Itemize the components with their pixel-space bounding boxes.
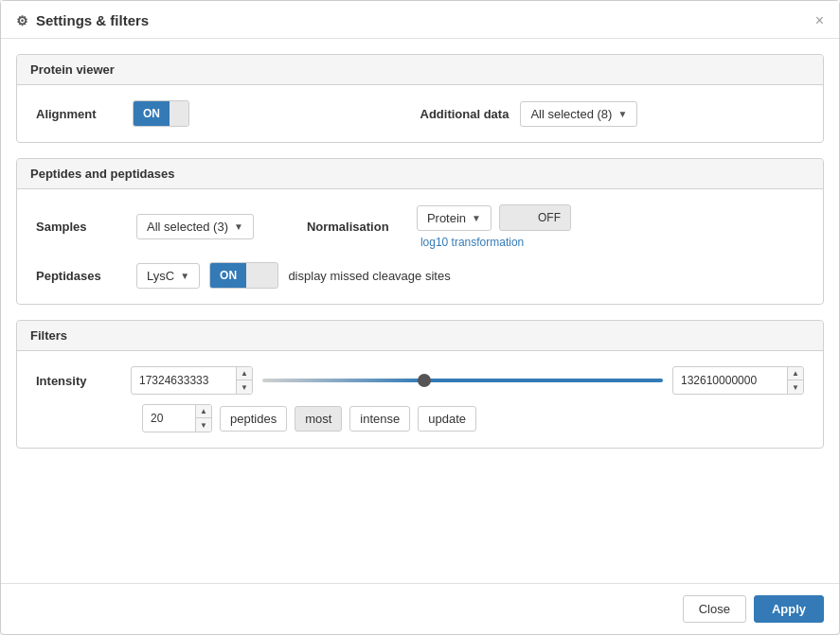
normalisation-caret: ▼: [472, 213, 481, 223]
peptidases-controls: LysC ▼ ON display missed cleavage sites: [136, 262, 451, 289]
filters-header: Filters: [17, 321, 823, 351]
filters-section: Filters Intensity ▲ ▼: [16, 320, 824, 449]
normalisation-toggle-off-left[interactable]: [500, 204, 528, 231]
peptidases-dropdown[interactable]: LysC ▼: [136, 263, 200, 289]
settings-dialog: ⚙ Settings & filters × Protein viewer Al…: [0, 0, 840, 635]
intense-button[interactable]: intense: [349, 406, 410, 432]
normalisation-controls: Protein ▼ OFF: [417, 204, 571, 231]
protein-viewer-row: Alignment ON Additional data All selecte…: [36, 100, 804, 127]
normalisation-area: Protein ▼ OFF log10 transformation: [417, 204, 571, 249]
cleavage-label: display missed cleavage sites: [288, 269, 450, 283]
peptidases-caret: ▼: [180, 271, 189, 281]
dialog-title: ⚙ Settings & filters: [16, 12, 149, 28]
intensity-max-down[interactable]: ▼: [788, 380, 803, 394]
protein-viewer-section: Protein viewer Alignment ON Additional d…: [16, 54, 824, 143]
intensity-max-spin: ▲ ▼: [787, 367, 803, 394]
peptidases-row: Peptidases LysC ▼ ON display missed clea…: [36, 262, 804, 289]
intensity-slider[interactable]: [262, 379, 663, 382]
intensity-min-down[interactable]: ▼: [237, 380, 252, 394]
normalisation-dropdown[interactable]: Protein ▼: [417, 205, 491, 231]
intensity-min-wrap: ▲ ▼: [131, 366, 253, 395]
filter-row2: ▲ ▼ peptides most intense update: [142, 404, 804, 432]
additional-data-value: All selected (8): [530, 107, 612, 121]
intensity-max-input[interactable]: [673, 369, 787, 392]
close-icon[interactable]: ×: [815, 13, 824, 28]
log10-label: log10 transformation: [420, 236, 524, 249]
normalisation-label: Normalisation: [307, 220, 402, 234]
normalisation-toggle-off-label[interactable]: OFF: [528, 204, 570, 231]
dialog-body: Protein viewer Alignment ON Additional d…: [1, 39, 839, 583]
peptides-count-up[interactable]: ▲: [196, 405, 211, 418]
alignment-label: Alignment: [36, 107, 121, 121]
intensity-min-input[interactable]: [132, 369, 236, 392]
intensity-row: Intensity ▲ ▼ ▲: [36, 366, 804, 395]
intensity-min-spin: ▲ ▼: [236, 367, 252, 394]
protein-viewer-header: Protein viewer: [17, 55, 823, 85]
peptidases-value: LysC: [147, 269, 174, 283]
alignment-toggle[interactable]: ON: [133, 100, 189, 127]
peptides-count-input[interactable]: [143, 407, 195, 430]
peptides-count-spin: ▲ ▼: [195, 405, 211, 432]
peptidases-label: Peptidases: [36, 269, 121, 283]
filters-body: Intensity ▲ ▼ ▲: [17, 351, 823, 448]
intensity-slider-container: [262, 379, 663, 382]
peptides-section: Peptides and peptidases Samples All sele…: [16, 158, 824, 305]
intensity-max-up[interactable]: ▲: [788, 367, 803, 380]
log10-text-wrap: log10 transformation: [417, 235, 571, 249]
peptidases-toggle-on[interactable]: ON: [210, 262, 246, 289]
normalisation-toggle[interactable]: OFF: [499, 204, 571, 231]
peptides-body: Samples All selected (3) ▼ Normalisation…: [17, 189, 823, 304]
intensity-min-up[interactable]: ▲: [237, 367, 252, 380]
alignment-toggle-off[interactable]: [170, 100, 188, 127]
close-button[interactable]: Close: [683, 595, 746, 623]
additional-data-area: Additional data All selected (8) ▼: [420, 101, 805, 127]
dialog-title-text: Settings & filters: [36, 12, 149, 28]
additional-data-label: Additional data: [420, 107, 509, 121]
samples-row: Samples All selected (3) ▼ Normalisation…: [36, 204, 804, 249]
additional-data-dropdown[interactable]: All selected (8) ▼: [520, 101, 637, 127]
intensity-max-wrap: ▲ ▼: [672, 366, 804, 395]
additional-data-caret: ▼: [617, 109, 627, 119]
peptidases-toggle[interactable]: ON: [209, 262, 278, 289]
dialog-footer: Close Apply: [1, 583, 839, 634]
alignment-area: Alignment ON: [36, 100, 420, 127]
samples-value: All selected (3): [147, 220, 228, 234]
samples-label: Samples: [36, 220, 121, 234]
peptides-button[interactable]: peptides: [220, 406, 287, 432]
gear-icon: ⚙: [16, 13, 28, 28]
most-button[interactable]: most: [295, 406, 342, 432]
protein-viewer-body: Alignment ON Additional data All selecte…: [17, 85, 823, 142]
peptides-count-wrap: ▲ ▼: [142, 404, 212, 432]
normalisation-value: Protein: [427, 211, 466, 225]
apply-button[interactable]: Apply: [754, 595, 824, 623]
samples-dropdown[interactable]: All selected (3) ▼: [136, 214, 254, 239]
intensity-label: Intensity: [36, 374, 121, 388]
dialog-header: ⚙ Settings & filters ×: [1, 1, 839, 39]
samples-caret: ▼: [234, 221, 243, 232]
update-button[interactable]: update: [418, 406, 476, 432]
alignment-toggle-on[interactable]: ON: [134, 100, 170, 127]
peptides-header: Peptides and peptidases: [17, 159, 823, 189]
peptidases-toggle-off[interactable]: [246, 262, 277, 289]
peptides-count-down[interactable]: ▼: [196, 418, 211, 432]
